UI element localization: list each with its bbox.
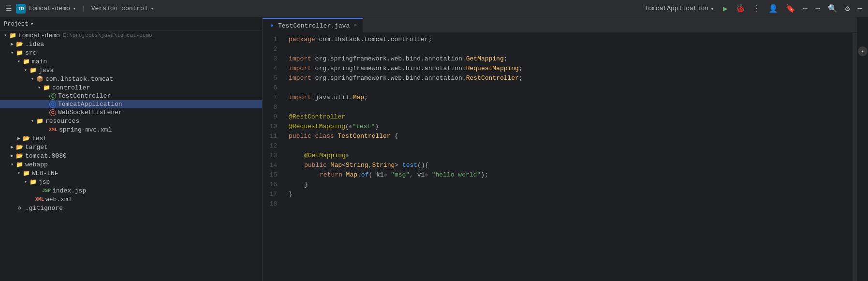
tree-item-webinf[interactable]: ▾ 📁 WEB-INF <box>0 169 262 177</box>
line-num-18: 18 <box>263 199 281 209</box>
tree-item-webxml[interactable]: XML web.xml <box>0 195 262 204</box>
tree-item-jsp[interactable]: ▾ 📁 jsp <box>0 177 262 186</box>
top-bar: ☰ TD tomcat-demo ▾ | Version control ▾ T… <box>0 0 868 17</box>
back-button[interactable]: ← <box>801 3 810 14</box>
sidebar-project-label: Project <box>4 21 28 28</box>
xml-icon-springmvc: XML <box>49 126 57 133</box>
xml-icon-web: XML <box>36 195 44 203</box>
separator: | <box>82 5 86 12</box>
tree-item-package[interactable]: ▾ 📦 com.lhstack.tomcat <box>0 74 262 83</box>
java-c-icon-testcontroller: C <box>49 93 56 100</box>
tree-item-indexjsp[interactable]: JSP index.jsp <box>0 186 262 195</box>
code-line-5: import org.springframework.web.bind.anno… <box>285 74 853 83</box>
run-config-dropdown-icon[interactable]: ▾ <box>710 5 714 13</box>
code-line-15: return Map.of( k1⊕ "msg", v1⊕ "hello wor… <box>285 170 853 180</box>
folder-icon-package: 📦 <box>36 75 44 83</box>
hamburger-icon[interactable]: ☰ <box>4 2 14 15</box>
tab-testcontroller[interactable]: ● TestController.java × <box>263 18 363 32</box>
run-config-label: TomcatApplication <box>644 5 708 12</box>
tab-close-testcontroller[interactable]: × <box>353 22 357 29</box>
project-dropdown-icon[interactable]: ▾ <box>73 6 76 12</box>
code-line-17: } <box>285 190 853 199</box>
tree-item-idea[interactable]: ▶ 📂 .idea <box>0 40 262 48</box>
tree-arrow-jsp: ▾ <box>22 179 29 185</box>
tree-item-controller[interactable]: ▾ 📁 controller <box>0 83 262 92</box>
editor-area: ● TestController.java × 1 2 3 4 5 6 7 8 … <box>263 17 856 281</box>
tree-arrow-controller: ▾ <box>36 85 43 90</box>
line-num-6: 6 <box>263 83 281 93</box>
tree-label-main: main <box>32 58 47 65</box>
project-name[interactable]: tomcat-demo <box>29 5 70 12</box>
tree-path-root: E:\projects\java\tomcat-demo <box>63 32 152 38</box>
minimize-button[interactable]: — <box>855 3 864 14</box>
tree-arrow-root: ▾ <box>2 32 9 38</box>
tree-item-springmvcxml[interactable]: XML spring-mvc.xml <box>0 125 262 134</box>
folder-icon-resources: 📁 <box>36 117 44 125</box>
bookmark-button[interactable]: 🔖 <box>784 3 797 15</box>
tree-item-tomcatapplication[interactable]: C TomcatApplication <box>0 100 262 108</box>
tree-arrow-package: ▾ <box>29 76 36 82</box>
tree-label-java: java <box>39 67 54 74</box>
code-line-18 <box>285 199 853 209</box>
tree-item-src[interactable]: ▾ 📁 src <box>0 48 262 57</box>
jsp-icon-index: JSP <box>43 187 50 194</box>
tree-item-websocketlistener[interactable]: C WebSocketListener <box>0 108 262 117</box>
tree-arrow-idea: ▶ <box>9 41 15 47</box>
version-control-dropdown-icon[interactable]: ▾ <box>151 6 154 12</box>
folder-icon-webapp: 📁 <box>15 161 23 168</box>
tree-item-main[interactable]: ▾ 📁 main <box>0 57 262 66</box>
tree-arrow-webapp: ▾ <box>9 162 15 167</box>
tree-item-root[interactable]: ▾ 📁 tomcat-demo E:\projects\java\tomcat-… <box>0 31 262 40</box>
vertical-scrollbar[interactable] <box>853 33 856 281</box>
tree-item-webapp[interactable]: ▾ 📁 webapp <box>0 160 262 169</box>
tree-label-tomcat8080: tomcat.8080 <box>25 152 67 160</box>
code-line-16: } <box>285 180 853 190</box>
search-button[interactable]: 🔍 <box>826 3 839 15</box>
tree-item-testcontroller[interactable]: C TestController <box>0 92 262 100</box>
profile-button[interactable]: 👤 <box>766 3 780 15</box>
tree-arrow-test: ▶ <box>15 135 22 141</box>
code-line-4: import org.springframework.web.bind.anno… <box>285 64 853 74</box>
line-num-1: 1 <box>263 35 281 44</box>
tree-item-gitignore[interactable]: ⊘ .gitignore <box>0 204 262 212</box>
line-num-17: 17 <box>263 190 281 199</box>
folder-icon-tomcat8080: 📂 <box>15 152 23 160</box>
tree-label-root: tomcat-demo <box>18 32 60 39</box>
run-config[interactable]: TomcatApplication ▾ <box>641 4 717 14</box>
folder-icon-idea: 📂 <box>15 40 23 48</box>
line-num-4: 4 <box>263 64 281 74</box>
forward-button[interactable]: → <box>813 3 822 14</box>
version-control-label[interactable]: Version control <box>91 5 148 12</box>
code-line-9: @RestController <box>285 112 853 122</box>
tree-label-jsp: jsp <box>39 178 50 186</box>
run-button[interactable]: ▶ <box>721 3 730 15</box>
tree-item-resources[interactable]: ▾ 📁 resources <box>0 117 262 125</box>
code-line-3: import org.springframework.web.bind.anno… <box>285 54 853 64</box>
tree-arrow-resources: ▾ <box>29 118 36 124</box>
top-bar-right: TomcatApplication ▾ ▶ 🐞 ⋮ 👤 🔖 ← → 🔍 ⚙ — <box>641 3 864 15</box>
line-num-16: 16 <box>263 180 281 190</box>
tree-item-target[interactable]: ▶ 📂 target <box>0 143 262 151</box>
line-num-2: 2 <box>263 44 281 54</box>
line-num-8: 8 <box>263 103 281 112</box>
tree-label-testcontroller: TestController <box>58 92 111 100</box>
settings-button[interactable]: ⚙ <box>843 3 852 15</box>
more-button[interactable]: ⋮ <box>751 3 763 15</box>
code-line-10: @RequestMapping(⊕"test") <box>285 122 853 132</box>
line-num-10: 10 ⊕ <box>263 122 281 132</box>
sidebar-header: Project ▾ <box>0 17 262 31</box>
tree-label-webxml: web.xml <box>45 196 72 203</box>
code-line-2 <box>285 44 853 54</box>
java-c-icon-websocketlistener: C <box>49 109 56 116</box>
sidebar-header-arrow[interactable]: ▾ <box>30 20 33 28</box>
tree-label-tomcatapplication: TomcatApplication <box>58 101 122 108</box>
tab-bar: ● TestController.java × <box>263 17 856 33</box>
tree-item-tomcat8080[interactable]: ▶ 📂 tomcat.8080 <box>0 151 262 160</box>
code-content[interactable]: package com.lhstack.tomcat.controller; i… <box>285 33 853 281</box>
folder-icon-webinf: 📁 <box>22 169 30 177</box>
folder-icon-target: 📂 <box>15 143 23 151</box>
main-layout: Project ▾ ▾ 📁 tomcat-demo E:\projects\ja… <box>0 17 868 281</box>
debug-button[interactable]: 🐞 <box>734 3 747 15</box>
tree-item-java[interactable]: ▾ 📁 java <box>0 66 262 74</box>
tree-item-test[interactable]: ▶ 📂 test <box>0 134 262 143</box>
